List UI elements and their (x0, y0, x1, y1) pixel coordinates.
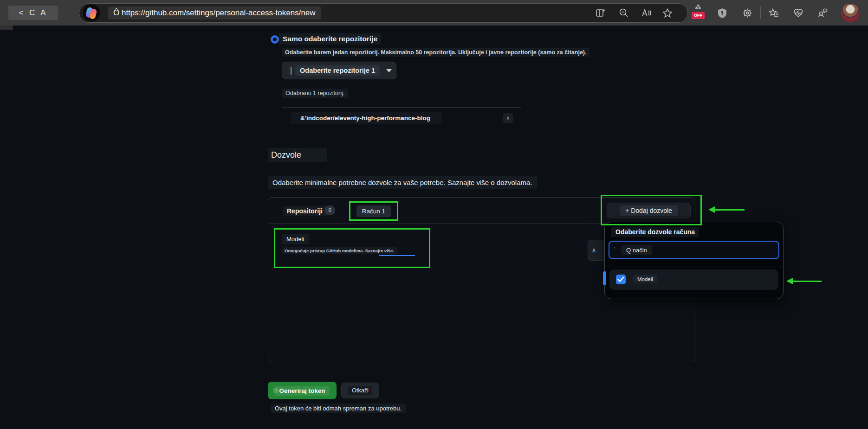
popup-title: Odaberite dozvole računa (611, 227, 699, 237)
settings-gear-icon[interactable] (742, 7, 753, 19)
add-permissions-button[interactable]: + Dodaj dozvole (607, 203, 691, 218)
models-permission-description: Omogućuje pristup GitHub modelima. Sazna… (282, 247, 397, 254)
annotation-arrow-add-permissions (715, 209, 745, 211)
permissions-divider (268, 164, 695, 164)
select-repositories-label: Odaberite repozitorije 1 (295, 65, 380, 76)
permissions-subtitle: Odaberite minimalne potrebne dozvole za … (268, 176, 537, 189)
repo-list-divider (282, 107, 521, 108)
check-icon (617, 276, 624, 282)
toolbar-divider (760, 6, 761, 19)
profile-chat-icon[interactable] (817, 7, 828, 19)
browser-health-icon[interactable] (793, 7, 804, 19)
sparkle-icon: ⁂ (693, 4, 703, 11)
remove-repo-button[interactable]: x (503, 113, 513, 123)
off-badge-label: OFF (692, 12, 705, 19)
repo-icon (291, 67, 291, 75)
only-select-repositories-radio[interactable] (271, 35, 279, 44)
browser-toolbar: < C A Ô https://github.com/settings/pers… (0, 0, 868, 26)
models-permission-title: Modeli (282, 234, 309, 244)
search-icon: ' (614, 246, 615, 253)
tab-repositories-badge: 0 (324, 205, 335, 215)
split-screen-icon[interactable] (595, 7, 606, 19)
annotation-arrowhead-models-option (786, 278, 793, 284)
account-permissions-popup: Odaberite dozvole računa ' Q način Model… (604, 222, 784, 299)
favorite-star-icon[interactable] (662, 7, 673, 19)
popup-divider (605, 267, 783, 267)
chevron-down-icon (386, 69, 392, 72)
button-shine (273, 388, 279, 393)
search-input-value: Q način (622, 245, 652, 255)
token-ready-note: Ovaj token će biti odmah spreman za upot… (271, 403, 406, 413)
cancel-button[interactable]: Otkaži (341, 383, 379, 398)
screenshot-root: < C A Ô https://github.com/settings/pers… (0, 0, 868, 429)
copilot-logo[interactable] (83, 4, 100, 22)
favorites-list-icon[interactable] (769, 7, 780, 19)
selected-option-accent (603, 271, 606, 285)
annotation-arrow-models-option (793, 281, 822, 282)
annotation-arrowhead-add-permissions (708, 206, 715, 213)
only-select-repositories-label: Samo odaberite repozitorije (279, 33, 381, 45)
generate-token-label: Generiraj token (275, 386, 329, 396)
url-text[interactable]: Ô https://github.com/settings/personal-a… (108, 6, 321, 19)
tab-account[interactable]: Račun 1 (356, 205, 391, 217)
models-checkbox[interactable] (616, 275, 626, 284)
models-option-label: Modeli (633, 275, 657, 283)
tab-repositories[interactable]: Repositoriji (283, 206, 326, 216)
cancel-label: Otkaži (348, 386, 372, 395)
selected-count-text: Odabrano 1 repozitorij. (282, 89, 348, 98)
repo-access-hint: Odaberite barem jedan repozitorij. Maksi… (282, 48, 589, 57)
add-permissions-label: + Dodaj dozvole (620, 205, 678, 216)
window-edge (0, 26, 13, 30)
models-option-row[interactable]: Modeli (609, 269, 778, 290)
browser-nav-buttons[interactable]: < C A (8, 6, 58, 20)
learn-more-link-underline[interactable] (379, 255, 415, 256)
read-aloud-icon[interactable] (641, 7, 652, 19)
permissions-heading: Dozvole (268, 148, 327, 162)
select-repositories-button[interactable]: Odaberite repozitorije 1 (282, 62, 396, 79)
tracking-shield-icon[interactable] (717, 7, 728, 19)
shopping-off-icon[interactable]: ⁂ OFF (692, 5, 705, 20)
user-avatar[interactable] (841, 4, 860, 22)
selected-repo-name: &'indcoder/eleventy-high-performance-blo… (291, 112, 441, 124)
zoom-out-icon[interactable] (618, 7, 629, 19)
permission-search-input[interactable]: ' Q način (609, 241, 779, 259)
